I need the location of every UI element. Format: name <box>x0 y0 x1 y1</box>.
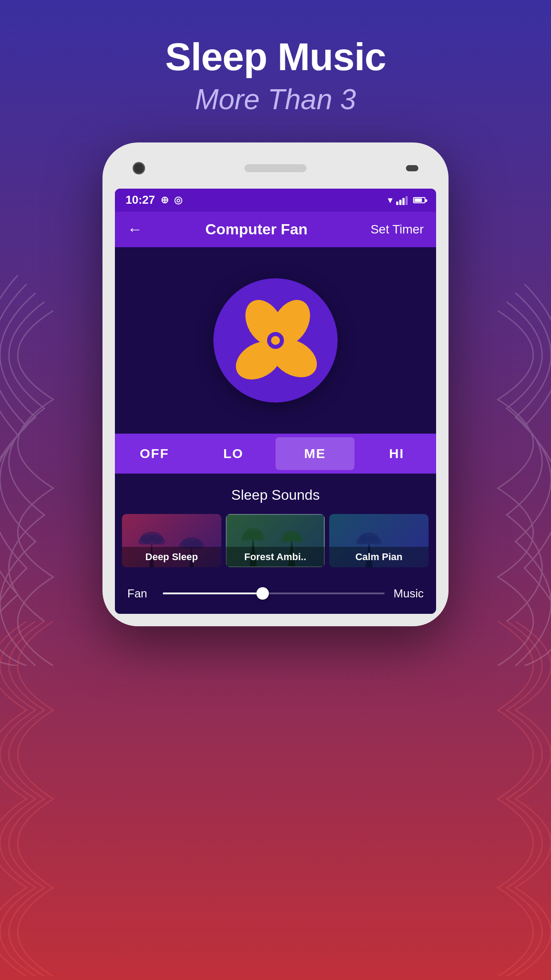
app-subtitle: More Than 3 <box>165 83 386 116</box>
app-title: Sleep Music <box>165 36 386 79</box>
speed-lo-button[interactable]: LO <box>194 434 273 474</box>
wifi-icon: ▾ <box>388 194 393 206</box>
speed-off-button[interactable]: OFF <box>115 434 194 474</box>
sleep-sounds-section: Sleep Sounds <box>115 474 436 576</box>
phone-mockup: 10:27 ⊕ ◎ ▾ ← <box>102 142 449 626</box>
fan-music-slider[interactable] <box>163 593 385 594</box>
sound-card-forest-label: Forest Ambi.. <box>226 547 325 567</box>
speed-controls: OFF LO ME HI <box>115 434 436 474</box>
phone-sensor <box>406 165 418 171</box>
sound-cards: Deep Sleep <box>115 514 436 567</box>
fan-icon <box>227 292 324 389</box>
sound-card-calm[interactable]: Calm Pian <box>329 514 429 567</box>
signal-bars <box>396 195 408 205</box>
mixer-section: Fan Music <box>115 576 436 614</box>
speed-me-button[interactable]: ME <box>276 437 354 470</box>
sound-card-forest[interactable]: Forest Ambi.. <box>226 514 325 567</box>
nav-bar: ← Computer Fan Set Timer <box>115 212 436 247</box>
status-time: 10:27 ⊕ ◎ <box>126 193 182 207</box>
slider-thumb[interactable] <box>256 587 269 600</box>
fan-circle[interactable] <box>213 278 338 403</box>
set-timer-button[interactable]: Set Timer <box>370 222 424 237</box>
sound-card-calm-label: Calm Pian <box>329 547 429 567</box>
sleep-sounds-title: Sleep Sounds <box>115 487 436 503</box>
svg-point-5 <box>271 336 280 345</box>
speed-hi-button[interactable]: HI <box>357 434 436 474</box>
nav-title: Computer Fan <box>205 221 307 238</box>
phone-camera <box>133 162 145 174</box>
phone-bezel-top <box>115 155 436 182</box>
status-plus-icon: ⊕ <box>161 194 169 206</box>
status-icons: ▾ <box>388 194 425 206</box>
battery-icon <box>413 197 425 203</box>
slider-fill <box>163 593 263 594</box>
back-button[interactable]: ← <box>127 221 142 238</box>
music-label: Music <box>394 587 424 601</box>
sound-card-deep-sleep[interactable]: Deep Sleep <box>122 514 221 567</box>
header-section: Sleep Music More Than 3 <box>165 0 386 116</box>
sound-card-deep-sleep-label: Deep Sleep <box>122 547 221 567</box>
fan-label: Fan <box>127 587 154 601</box>
status-bar: 10:27 ⊕ ◎ ▾ <box>115 189 436 212</box>
status-location-icon: ◎ <box>174 194 182 206</box>
phone-speaker <box>244 164 307 172</box>
fan-display <box>115 247 436 434</box>
phone-screen: 10:27 ⊕ ◎ ▾ ← <box>115 189 436 614</box>
